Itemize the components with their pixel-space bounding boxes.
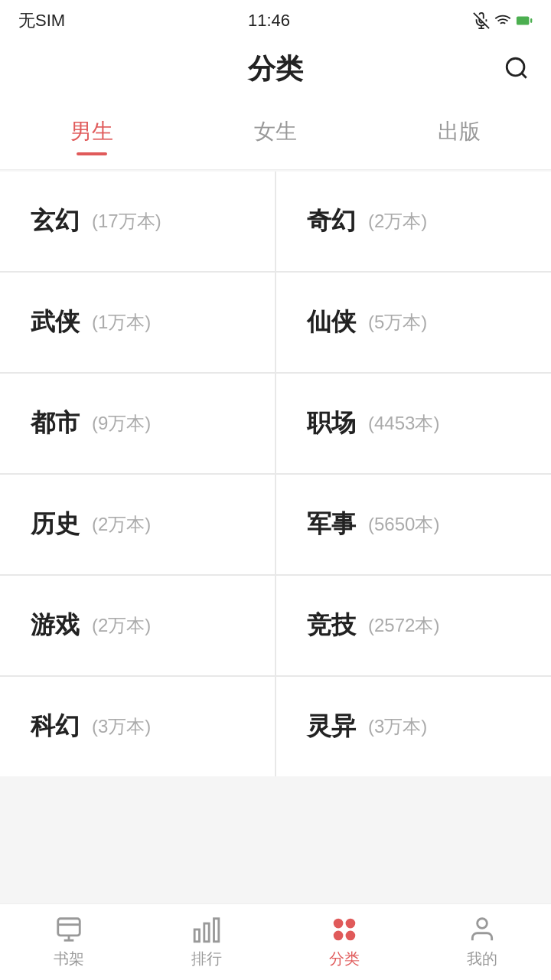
category-cell[interactable]: 竞技 (2572本) [276, 576, 551, 675]
svg-rect-9 [58, 919, 80, 936]
category-count: (2572本) [368, 613, 439, 638]
category-icon [330, 915, 359, 944]
category-cell[interactable]: 科幻 (3万本) [0, 677, 275, 776]
status-icons [473, 12, 533, 29]
category-name: 科幻 [31, 710, 80, 743]
category-cell[interactable]: 武侠 (1万本) [0, 273, 275, 372]
rank-label: 排行 [191, 949, 222, 969]
carrier: 无SIM [18, 9, 65, 32]
category-count: (3万本) [92, 714, 151, 739]
svg-rect-12 [214, 919, 219, 942]
svg-point-13 [334, 919, 344, 929]
category-name: 武侠 [31, 305, 80, 339]
category-name: 军事 [307, 508, 356, 541]
category-count: (17万本) [92, 209, 161, 234]
search-icon [504, 55, 530, 81]
category-cell[interactable]: 职场 (4453本) [276, 374, 551, 473]
svg-rect-10 [194, 929, 199, 942]
category-name: 都市 [31, 407, 80, 440]
category-cell[interactable]: 军事 (5650本) [276, 475, 551, 574]
mine-label: 我的 [467, 949, 497, 969]
main-content: 玄幻 (17万本) 奇幻 (2万本) 武侠 (1万本) 仙侠 (5万本) 都市 … [0, 172, 551, 853]
category-name: 游戏 [31, 609, 80, 642]
svg-rect-5 [517, 17, 529, 24]
battery-icon [516, 12, 533, 29]
nav-rank[interactable]: 排行 [138, 904, 276, 980]
category-count: (5650本) [368, 512, 439, 537]
category-name: 灵异 [307, 710, 356, 743]
tab-publish[interactable]: 出版 [367, 100, 551, 169]
tab-male[interactable]: 男生 [0, 100, 184, 169]
tab-bar: 男生 女生 出版 [0, 100, 551, 170]
time: 11:46 [248, 11, 290, 31]
category-count: (5万本) [368, 310, 427, 335]
svg-rect-11 [204, 923, 209, 942]
bottom-nav: 书架 排行 分类 我的 [0, 903, 551, 980]
nav-category[interactable]: 分类 [276, 904, 413, 980]
category-cell[interactable]: 游戏 (2万本) [0, 576, 275, 675]
category-cell[interactable]: 灵异 (3万本) [276, 677, 551, 776]
category-label: 分类 [329, 949, 360, 969]
mine-icon [468, 915, 497, 944]
svg-point-17 [478, 919, 487, 929]
svg-point-7 [507, 58, 524, 76]
wifi-icon [494, 12, 511, 29]
category-name: 历史 [31, 508, 80, 541]
rank-icon [192, 915, 221, 944]
tab-female[interactable]: 女生 [184, 100, 367, 169]
category-count: (9万本) [92, 411, 151, 436]
nav-shelf[interactable]: 书架 [0, 904, 138, 980]
category-count: (2万本) [92, 512, 151, 537]
svg-line-8 [522, 73, 527, 77]
mute-icon [473, 12, 490, 29]
shelf-label: 书架 [54, 949, 84, 969]
category-cell[interactable]: 都市 (9万本) [0, 374, 275, 473]
status-bar: 无SIM 11:46 [0, 0, 551, 38]
category-name: 仙侠 [307, 305, 356, 339]
category-name: 竞技 [307, 609, 356, 642]
shelf-icon [54, 915, 83, 944]
category-count: (3万本) [368, 714, 427, 739]
category-count: (1万本) [92, 310, 151, 335]
category-count: (4453本) [368, 411, 439, 436]
header: 分类 [0, 38, 551, 100]
category-cell[interactable]: 玄幻 (17万本) [0, 172, 275, 271]
category-cell[interactable]: 仙侠 (5万本) [276, 273, 551, 372]
category-count: (2万本) [92, 613, 151, 638]
category-cell[interactable]: 历史 (2万本) [0, 475, 275, 574]
svg-point-14 [346, 919, 356, 929]
nav-mine[interactable]: 我的 [413, 904, 551, 980]
category-count: (2万本) [368, 209, 427, 234]
category-cell[interactable]: 奇幻 (2万本) [276, 172, 551, 271]
svg-point-16 [346, 931, 356, 941]
page-title: 分类 [248, 51, 303, 88]
category-name: 玄幻 [31, 204, 80, 238]
category-grid: 玄幻 (17万本) 奇幻 (2万本) 武侠 (1万本) 仙侠 (5万本) 都市 … [0, 172, 551, 776]
search-button[interactable] [504, 55, 530, 84]
category-name: 奇幻 [307, 204, 356, 238]
category-name: 职场 [307, 407, 356, 440]
svg-point-15 [334, 931, 344, 941]
